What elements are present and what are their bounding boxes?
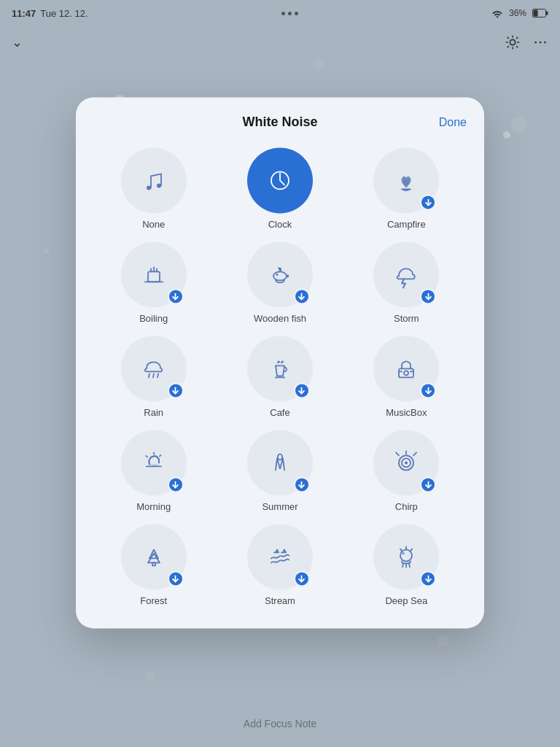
svg-line-31	[153, 374, 154, 377]
sound-label-stream: Stream	[265, 595, 295, 606]
sound-label-musicbox: MusicBox	[386, 407, 427, 418]
svg-point-26	[273, 271, 287, 280]
sound-label-campfire: Campfire	[387, 219, 426, 230]
svg-rect-57	[152, 562, 155, 565]
sound-icon-wrap-morning	[121, 430, 187, 495]
sound-label-deep-sea: Deep Sea	[385, 595, 427, 606]
top-controls: ⌄	[0, 26, 560, 58]
sound-item-deep-sea[interactable]: Deep Sea	[346, 524, 467, 606]
svg-line-43	[160, 455, 161, 457]
download-badge-musicbox	[420, 382, 436, 398]
svg-line-30	[149, 374, 149, 377]
sound-icon-wrap-wooden-fish	[247, 241, 313, 307]
svg-point-14	[544, 42, 546, 44]
wifi-icon	[491, 9, 503, 18]
sound-label-summer: Summer	[262, 501, 298, 512]
sound-grid: NoneClockCampfireBoilingWooden fishStorm…	[93, 147, 467, 606]
sound-icon-wrap-storm	[373, 241, 439, 307]
sound-icon-wrap-chirp	[373, 430, 439, 495]
sound-item-boiling[interactable]: Boiling	[93, 241, 214, 324]
download-badge-cafe	[294, 382, 310, 398]
chevron-down-icon[interactable]: ⌄	[12, 34, 23, 50]
sound-label-clock: Clock	[268, 219, 292, 230]
battery-percent: 36%	[509, 8, 526, 18]
download-badge-deep-sea	[420, 570, 436, 587]
sound-item-campfire[interactable]: Campfire	[346, 147, 467, 230]
done-button[interactable]: Done	[439, 116, 467, 129]
svg-rect-36	[399, 368, 413, 377]
sound-item-musicbox[interactable]: MusicBox	[346, 336, 467, 418]
sound-icon-wrap-forest	[121, 524, 187, 589]
sound-item-forest[interactable]: Forest	[93, 524, 214, 606]
download-badge-chirp	[420, 476, 436, 492]
svg-line-44	[146, 456, 147, 457]
sound-icon-wrap-summer	[247, 430, 313, 495]
svg-point-50	[405, 461, 408, 464]
svg-point-46	[278, 454, 282, 460]
sound-item-wooden-fish[interactable]: Wooden fish	[219, 241, 340, 324]
sound-item-rain[interactable]: Rain	[93, 336, 214, 418]
svg-point-3	[510, 39, 515, 44]
download-badge-summer	[294, 476, 310, 492]
sound-label-forest: Forest	[140, 595, 167, 606]
svg-point-13	[540, 42, 542, 44]
sound-icon-wrap-boiling	[121, 241, 187, 307]
download-badge-storm	[420, 288, 436, 304]
white-noise-modal: White Noise Done NoneClockCampfireBoilin…	[76, 97, 484, 628]
sound-item-clock[interactable]: Clock	[219, 147, 340, 230]
sound-icon-wrap-rain	[121, 336, 187, 401]
sound-label-chirp: Chirp	[395, 501, 418, 512]
svg-point-15	[147, 185, 151, 190]
sound-item-morning[interactable]: Morning	[93, 430, 214, 512]
svg-line-64	[411, 549, 412, 551]
download-badge-campfire	[420, 194, 436, 210]
more-icon[interactable]	[532, 34, 548, 50]
battery-icon	[532, 9, 548, 18]
sound-item-none[interactable]: None	[93, 147, 214, 230]
sound-label-wooden-fish: Wooden fish	[254, 313, 306, 324]
svg-line-11	[516, 37, 518, 39]
svg-line-52	[413, 452, 416, 455]
sound-item-storm[interactable]: Storm	[346, 241, 467, 324]
add-focus-note[interactable]: Add Focus Note	[0, 718, 560, 729]
sound-label-none: None	[142, 219, 165, 230]
sound-item-stream[interactable]: Stream	[219, 524, 340, 606]
svg-rect-20	[148, 271, 160, 282]
status-dots	[281, 12, 298, 15]
svg-point-16	[157, 183, 161, 187]
svg-point-61	[402, 551, 405, 554]
sound-icon-wrap-clock	[247, 147, 313, 213]
status-center	[88, 12, 491, 15]
sound-icon-wrap-stream	[247, 524, 313, 589]
sound-item-summer[interactable]: Summer	[219, 430, 340, 512]
sound-label-boiling: Boiling	[139, 313, 168, 324]
modal-title: White Noise	[242, 115, 317, 130]
svg-rect-1	[546, 12, 548, 15]
svg-point-27	[276, 274, 278, 276]
status-date: Tue 12. 12.	[40, 8, 88, 19]
sound-label-storm: Storm	[394, 313, 419, 324]
sound-item-chirp[interactable]: Chirp	[346, 430, 467, 512]
download-badge-boiling	[168, 288, 184, 304]
sound-icon-wrap-deep-sea	[373, 524, 439, 589]
svg-point-12	[534, 42, 537, 44]
sound-item-cafe[interactable]: Cafe	[219, 336, 340, 418]
modal-header: White Noise Done	[93, 115, 467, 130]
svg-line-51	[396, 452, 399, 455]
sound-icon-wrap-none	[121, 147, 187, 213]
svg-line-63	[400, 549, 402, 551]
svg-point-37	[404, 371, 408, 375]
sound-label-morning: Morning	[136, 501, 171, 512]
download-badge-wooden-fish	[294, 288, 310, 304]
sound-label-cafe: Cafe	[270, 407, 289, 418]
status-bar: 11:47 Tue 12. 12. 36%	[0, 0, 560, 26]
top-right-controls	[505, 34, 548, 50]
download-badge-rain	[168, 382, 184, 398]
download-badge-stream	[294, 570, 310, 587]
svg-line-10	[508, 46, 509, 47]
brightness-icon[interactable]	[505, 34, 521, 50]
sound-label-rain: Rain	[144, 407, 163, 418]
svg-line-6	[508, 37, 509, 39]
status-time: 11:47	[12, 8, 36, 19]
download-badge-morning	[168, 476, 184, 492]
